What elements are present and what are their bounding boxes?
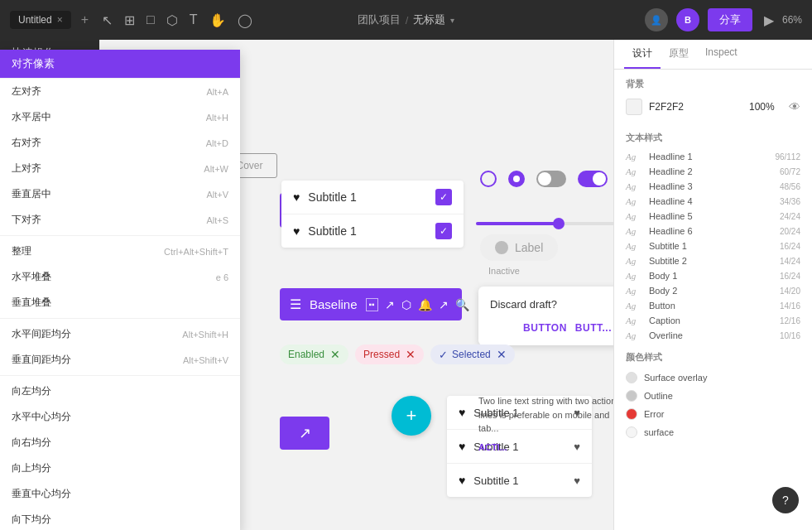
ctx-align-hcenter[interactable]: 水平居中 Alt+H	[0, 104, 240, 130]
buttons-row: Enabled ✕ Pressed ✕ ✓ Selected ✕	[280, 344, 515, 364]
radio-button-empty[interactable]	[480, 171, 497, 187]
chip-close-icon[interactable]: ✕	[406, 348, 416, 361]
color-label: surface	[644, 427, 674, 437]
dialog-btn2[interactable]: BUTT...	[575, 322, 612, 334]
toggle-switch-off[interactable]	[536, 171, 566, 187]
tab-close-icon[interactable]: ×	[57, 14, 63, 26]
checkbox[interactable]: ✓	[435, 189, 452, 205]
inactive-text: Inactive	[488, 266, 520, 276]
comment-tool[interactable]: ◯	[238, 12, 252, 28]
text-style-item: Ag Headline 1 96/112	[614, 149, 812, 164]
fab-button[interactable]: +	[392, 396, 431, 436]
app-bar: ☰ Baseline ▪▪ ↗ ⬡ 🔔 ↗ 🔍	[280, 288, 462, 320]
ctx-hstack[interactable]: 水平堆叠 e 6	[0, 264, 240, 290]
ctx-vstack[interactable]: 垂直堆叠	[0, 290, 240, 316]
toggle-switch-on[interactable]	[578, 171, 608, 187]
ag-label: Ag	[626, 166, 642, 176]
fab-plus-icon: +	[406, 405, 417, 426]
pen-tool[interactable]: ⬡	[166, 12, 178, 28]
slider-track[interactable]	[476, 222, 613, 225]
tab-add-icon[interactable]: +	[81, 12, 89, 27]
heart-icon: ♥	[459, 406, 465, 419]
color-swatch-outline	[626, 390, 637, 402]
ctx-hdist[interactable]: 水平间距均分 Alt+Shift+H	[0, 321, 240, 347]
ctx-align-vcenter[interactable]: 垂直居中 Alt+V	[0, 181, 240, 207]
tab-prototype[interactable]: 原型	[661, 40, 697, 69]
tab-title: Untitled	[18, 14, 52, 26]
style-size: 14/16	[780, 301, 800, 311]
ag-label: Ag	[626, 286, 642, 296]
chip-close-icon[interactable]: ✕	[497, 348, 507, 361]
text-style-item: Ag Headline 6 20/24	[614, 224, 812, 238]
style-size: 96/112	[775, 152, 800, 161]
divider	[0, 235, 240, 236]
eye-icon[interactable]: 👁	[789, 100, 800, 113]
heart-icon: ♥	[293, 224, 300, 238]
chip-close-icon[interactable]: ✕	[330, 348, 340, 361]
tab-area: Untitled × +	[10, 11, 89, 29]
share-button[interactable]: 分享	[708, 8, 752, 31]
inactive-label: Inactive	[488, 265, 520, 277]
help-button[interactable]: ?	[772, 487, 799, 513]
ctx-align-top[interactable]: 上对齐 Alt+W	[0, 156, 240, 181]
dialog-box: Discard draft? BUTTON BUTT...	[478, 287, 613, 345]
text-style-item: Ag Subtitle 2 14/24	[614, 253, 812, 268]
list2-item: ♥ Subtitle 1 ♥	[447, 464, 592, 497]
chip-selected[interactable]: ✓ Selected ✕	[430, 344, 515, 364]
ctx-tidy[interactable]: 整理 Ctrl+Alt+Shift+T	[0, 238, 240, 264]
action-link[interactable]: ACTI...	[478, 441, 613, 455]
dialog-btn1[interactable]: BUTTON	[523, 322, 567, 334]
file-dropdown-icon[interactable]: ▾	[450, 16, 454, 25]
ctx-dist-hcenter[interactable]: 水平中心均分	[0, 404, 240, 430]
slider-fill	[476, 222, 555, 225]
text-tool[interactable]: T	[190, 12, 198, 27]
hand-tool[interactable]: ✋	[209, 12, 226, 28]
ctx-dist-top[interactable]: 向上均分	[0, 455, 240, 481]
radio-button-filled[interactable]	[508, 171, 525, 187]
ctx-dist-right[interactable]: 向右均分	[0, 430, 240, 455]
style-name: Headline 2	[649, 166, 773, 176]
tab-inspect[interactable]: Inspect	[697, 40, 746, 69]
color-label: Surface overlay	[644, 373, 707, 383]
tab[interactable]: Untitled ×	[10, 11, 71, 29]
ctx-align-bottom[interactable]: 下对齐 Alt+S	[0, 207, 240, 233]
play-button[interactable]: ▶	[764, 12, 774, 28]
select-tool[interactable]: ↖	[102, 12, 113, 28]
style-name: Headline 3	[649, 181, 773, 191]
ag-label: Ag	[626, 316, 642, 325]
dialog-title: Discard draft?	[490, 298, 612, 311]
app-bar-icon3: ⬡	[401, 298, 411, 311]
ctx-dist-vcenter[interactable]: 垂直中心均分	[0, 481, 240, 507]
shape-tool[interactable]: □	[147, 12, 155, 27]
checkbox[interactable]: ✓	[435, 223, 452, 239]
ag-label: Ag	[626, 241, 642, 251]
background-color-swatch[interactable]	[626, 99, 642, 115]
color-style-item: Outline	[614, 387, 812, 405]
ctx-dist-bottom[interactable]: 向下均分	[0, 507, 240, 530]
text-style-item: Ag Headline 2 60/72	[614, 164, 812, 179]
chip-pressed[interactable]: Pressed ✕	[355, 344, 424, 364]
ag-label: Ag	[626, 226, 642, 236]
zoom-level[interactable]: 66%	[782, 14, 802, 26]
ctx-align-left[interactable]: 左对齐 Alt+A	[0, 79, 240, 104]
tab-design[interactable]: 设计	[624, 40, 661, 69]
frame-tool[interactable]: ⊞	[124, 12, 135, 28]
ctx-align-right[interactable]: 右对齐 Alt+D	[0, 130, 240, 156]
separator: /	[406, 14, 409, 26]
style-name: Caption	[649, 316, 773, 325]
ctx-vdist[interactable]: 垂直间距均分 Alt+Shift+V	[0, 347, 240, 373]
style-name: Subtitle 2	[649, 256, 773, 266]
chip-enabled[interactable]: Enabled ✕	[280, 344, 348, 364]
slider-thumb[interactable]	[553, 218, 565, 229]
chip-label: Selected	[452, 349, 491, 360]
label-avatar-icon	[495, 241, 508, 254]
divider	[0, 375, 240, 376]
ctx-dist-left[interactable]: 向左均分	[0, 378, 240, 404]
share-canvas-button[interactable]: ↗	[280, 417, 329, 450]
text-style-item: Ag Headline 4 34/36	[614, 194, 812, 209]
context-menu-title: 对齐像素	[12, 56, 55, 71]
dialog-buttons: BUTTON BUTT...	[490, 322, 612, 334]
heart-icon: ♥	[293, 190, 300, 204]
color-style-item: Surface overlay	[614, 369, 812, 387]
style-name: Headline 4	[649, 196, 773, 206]
